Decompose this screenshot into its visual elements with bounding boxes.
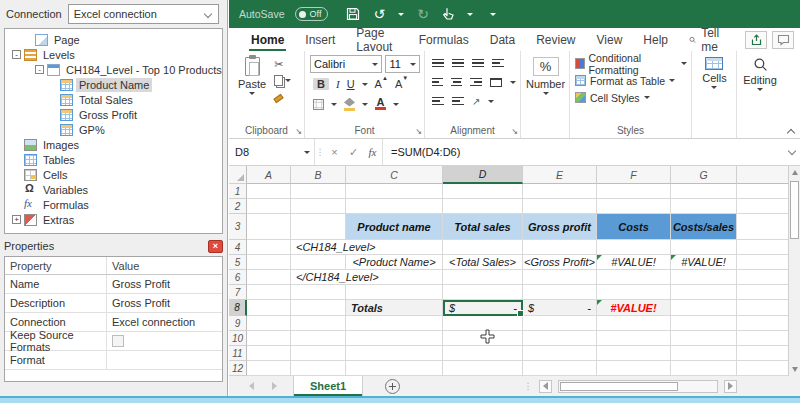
add-sheet-icon[interactable] — [385, 379, 400, 394]
align-top-button[interactable] — [432, 59, 444, 68]
insert-function-icon[interactable] — [363, 139, 382, 165]
touch-mode-icon[interactable] — [442, 7, 454, 21]
cell[interactable] — [247, 214, 291, 240]
autosave-toggle[interactable]: Off — [295, 7, 329, 21]
cell-b6[interactable]: </CH184_Level> — [291, 270, 346, 285]
tree-item-cells[interactable]: Cells — [5, 167, 222, 182]
cell[interactable] — [443, 285, 523, 300]
cell[interactable] — [443, 346, 523, 361]
font-dialog-launcher-icon[interactable] — [415, 127, 422, 136]
tree-item-product-name[interactable]: Product Name — [5, 77, 222, 92]
cell[interactable] — [247, 270, 291, 285]
tree-item-gross-profit[interactable]: Gross Profit — [5, 107, 222, 122]
tab-view[interactable]: View — [597, 28, 623, 51]
tree-item-gp-percent[interactable]: GP% — [5, 122, 222, 137]
font-size-combo[interactable]: 11 — [385, 55, 420, 73]
cell-f5[interactable]: #VALUE! — [597, 255, 671, 270]
cell[interactable] — [523, 285, 597, 300]
cell[interactable] — [597, 184, 671, 199]
cell[interactable] — [597, 285, 671, 300]
cell[interactable] — [346, 199, 443, 214]
underline-button[interactable]: U — [347, 78, 355, 90]
cell-g3[interactable]: Costs/sales — [671, 214, 737, 240]
row-header-11[interactable]: 11 — [229, 346, 247, 361]
increase-font-button[interactable]: A▲ — [375, 78, 388, 90]
cell[interactable] — [671, 316, 737, 331]
scroll-up-icon[interactable] — [789, 166, 800, 179]
underline-dropdown-icon[interactable] — [362, 83, 368, 86]
cell-c3[interactable]: Product name — [346, 214, 443, 240]
cell[interactable] — [247, 331, 291, 346]
column-header-d[interactable]: D — [443, 166, 523, 184]
borders-icon[interactable] — [313, 99, 324, 110]
cell-e8[interactable]: $- — [523, 300, 597, 316]
cell[interactable] — [247, 346, 291, 361]
cell[interactable] — [291, 331, 346, 346]
cell[interactable] — [291, 184, 346, 199]
cell[interactable] — [671, 346, 737, 361]
cell[interactable] — [671, 184, 737, 199]
cell[interactable] — [443, 199, 523, 214]
tab-insert[interactable]: Insert — [305, 28, 335, 51]
row-header-12[interactable]: 12 — [229, 361, 247, 376]
name-box[interactable]: D8 — [229, 139, 299, 165]
cell[interactable] — [346, 331, 443, 346]
formula-input[interactable]: =SUM(D4:D6) — [382, 139, 784, 165]
orientation-button[interactable] — [472, 95, 480, 107]
tab-help[interactable]: Help — [643, 28, 668, 51]
cell[interactable] — [597, 199, 671, 214]
cell[interactable] — [523, 270, 597, 285]
cell[interactable] — [247, 285, 291, 300]
cell[interactable] — [597, 240, 671, 255]
bold-button[interactable]: B — [313, 78, 329, 90]
tab-review[interactable]: Review — [536, 28, 575, 51]
cell[interactable] — [523, 331, 597, 346]
alignment-dialog-launcher-icon[interactable] — [511, 127, 518, 136]
cell[interactable] — [671, 199, 737, 214]
column-header-b[interactable]: B — [291, 166, 346, 184]
collapse-icon[interactable]: - — [12, 50, 21, 59]
close-icon[interactable] — [208, 240, 223, 253]
connection-dropdown[interactable]: Excel connection — [68, 4, 219, 24]
row-header-4[interactable]: 4 — [229, 240, 247, 255]
cell[interactable] — [291, 316, 346, 331]
cell[interactable] — [523, 240, 597, 255]
collapse-icon[interactable]: - — [35, 65, 44, 74]
column-header-c[interactable]: C — [346, 166, 443, 184]
cell-c5[interactable]: <Product Name> — [346, 255, 443, 270]
cell[interactable] — [597, 270, 671, 285]
checkbox-unchecked[interactable] — [112, 335, 124, 347]
cell[interactable] — [523, 199, 597, 214]
cell[interactable] — [443, 240, 523, 255]
cell[interactable] — [247, 255, 291, 270]
cell-c8[interactable]: Totals — [346, 300, 443, 316]
cell-b4[interactable]: <CH184_Level> — [291, 240, 346, 255]
splitter-handle[interactable] — [523, 381, 533, 391]
cell[interactable] — [523, 346, 597, 361]
cell-d3[interactable]: Total sales — [443, 214, 523, 240]
increase-indent-button[interactable] — [452, 97, 464, 106]
touch-mode-dropdown-icon[interactable] — [467, 13, 473, 16]
number-format-button[interactable]: % Number — [522, 55, 569, 123]
paste-button[interactable]: Paste — [234, 55, 270, 123]
cell[interactable] — [247, 184, 291, 199]
decrease-indent-button[interactable] — [432, 97, 444, 106]
select-all-corner[interactable] — [229, 166, 247, 184]
align-right-button[interactable] — [470, 78, 481, 87]
cell[interactable] — [597, 316, 671, 331]
row-header-10[interactable]: 10 — [229, 331, 247, 346]
sheet-tab-sheet1[interactable]: Sheet1 — [293, 376, 363, 396]
tree-item-total-sales[interactable]: Total Sales — [5, 92, 222, 107]
cell[interactable] — [247, 361, 291, 376]
tree-item-ch184-level[interactable]: -CH184_Level - Top 10 Products — [5, 62, 222, 77]
scroll-left-icon[interactable] — [539, 380, 552, 393]
customize-toolbar-icon[interactable] — [490, 13, 496, 16]
cell[interactable] — [597, 346, 671, 361]
cell-f8[interactable]: #VALUE! — [597, 300, 671, 316]
property-row-description[interactable]: Description Gross Profit — [5, 294, 222, 313]
cell[interactable] — [247, 240, 291, 255]
format-painter-button[interactable] — [274, 90, 291, 103]
enter-icon[interactable] — [344, 139, 363, 165]
cell[interactable] — [346, 184, 443, 199]
tab-data[interactable]: Data — [490, 28, 515, 51]
